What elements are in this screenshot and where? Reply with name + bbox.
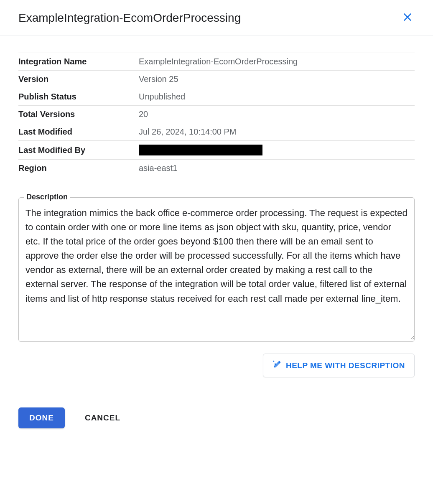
dialog-actions: DONE CANCEL [18,407,415,428]
description-label: Description [24,193,70,201]
label-last-modified: Last Modified [18,123,139,141]
done-button[interactable]: DONE [18,407,65,428]
row-version: Version Version 25 [18,71,415,88]
cancel-button-label: CANCEL [85,413,120,422]
close-icon [402,12,413,24]
value-total-versions: 20 [139,106,415,123]
row-region: Region asia-east1 [18,160,415,177]
row-integration-name: Integration Name ExampleIntegration-Ecom… [18,53,415,71]
value-publish-status: Unpublished [139,88,415,106]
label-total-versions: Total Versions [18,106,139,123]
description-textarea[interactable] [19,198,414,340]
value-version: Version 25 [139,71,415,88]
label-integration-name: Integration Name [18,53,139,71]
row-last-modified-by: Last Modified By [18,141,415,160]
dialog-content: Integration Name ExampleIntegration-Ecom… [0,36,433,428]
value-integration-name: ExampleIntegration-EcomOrderProcessing [139,53,415,71]
close-button[interactable] [399,8,416,27]
label-region: Region [18,160,139,177]
value-region: asia-east1 [139,160,415,177]
integration-details-dialog: ExampleIntegration-EcomOrderProcessing I… [0,0,433,504]
value-last-modified-by [139,141,415,160]
description-fieldset: Description [18,197,415,342]
row-publish-status: Publish Status Unpublished [18,88,415,106]
redacted-user [139,145,262,155]
done-button-label: DONE [29,413,54,422]
dialog-header: ExampleIntegration-EcomOrderProcessing [0,0,433,36]
label-last-modified-by: Last Modified By [18,141,139,160]
row-last-modified: Last Modified Jul 26, 2024, 10:14:00 PM [18,123,415,141]
row-total-versions: Total Versions 20 [18,106,415,123]
help-me-with-description-button[interactable]: HELP ME WITH DESCRIPTION [263,354,415,377]
help-button-label: HELP ME WITH DESCRIPTION [286,361,405,370]
label-version: Version [18,71,139,88]
details-table: Integration Name ExampleIntegration-Ecom… [18,53,415,177]
description-section: Description [18,197,415,342]
help-section: HELP ME WITH DESCRIPTION [18,354,415,377]
value-last-modified: Jul 26, 2024, 10:14:00 PM [139,123,415,141]
label-publish-status: Publish Status [18,88,139,106]
magic-pen-icon [273,360,282,371]
dialog-title: ExampleIntegration-EcomOrderProcessing [18,11,241,25]
cancel-button[interactable]: CANCEL [82,407,124,428]
